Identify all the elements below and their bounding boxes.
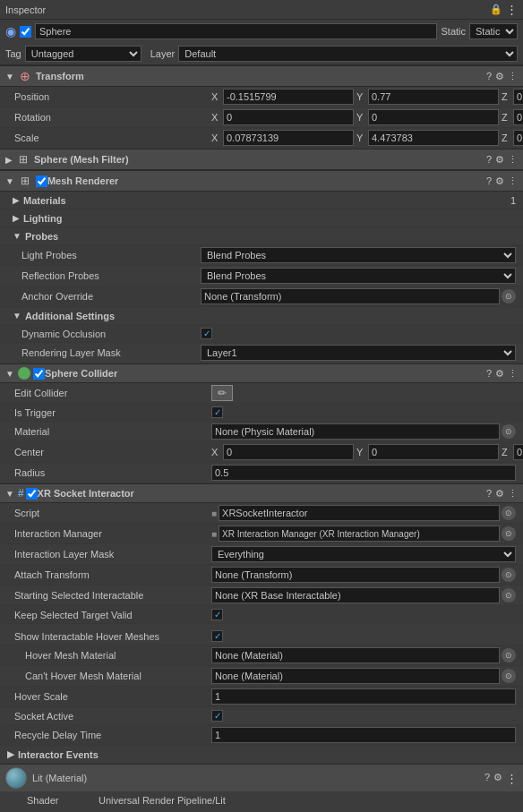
material-menu-icon[interactable]: ⋮ — [506, 772, 518, 785]
dynamic-occlusion-checkbox[interactable] — [201, 328, 212, 339]
interaction-manager-picker[interactable]: ⊙ — [502, 526, 516, 541]
dynamic-occlusion-label: Dynamic Occlusion — [21, 329, 201, 339]
hover-mesh-material-picker[interactable]: ⊙ — [502, 648, 516, 662]
cant-hover-mesh-input[interactable] — [211, 668, 500, 684]
sphere-collider-menu-icon[interactable]: ⋮ — [508, 368, 518, 380]
scale-y-input[interactable] — [368, 130, 499, 146]
sphere-collider-enabled-checkbox[interactable] — [33, 368, 45, 380]
edit-collider-button[interactable]: ✏ — [211, 385, 233, 401]
socket-active-checkbox[interactable] — [211, 710, 223, 722]
transform-help-icon[interactable]: ? — [486, 71, 492, 81]
reflection-probes-select[interactable]: Blend Probes — [201, 268, 516, 284]
object-enabled-checkbox[interactable] — [20, 26, 31, 38]
transform-menu-icon[interactable]: ⋮ — [508, 71, 518, 82]
center-y-label: Y — [356, 447, 365, 457]
is-trigger-value — [211, 406, 516, 418]
is-trigger-row: Is Trigger — [0, 404, 523, 422]
position-xyz: X Y Z — [211, 89, 523, 105]
light-probes-select[interactable]: Blend Probes — [201, 247, 516, 263]
tag-select[interactable]: Untagged — [25, 46, 141, 62]
rot-y-label: Y — [356, 112, 365, 123]
collider-material-input[interactable] — [211, 423, 500, 440]
position-x-input[interactable] — [223, 89, 354, 105]
attach-transform-input[interactable] — [211, 567, 500, 583]
probes-subsection-header[interactable]: ▼ Probes — [0, 227, 523, 245]
mesh-filter-menu-icon[interactable]: ⋮ — [508, 154, 518, 166]
sphere-collider-title: Sphere Collider — [45, 368, 486, 379]
keep-selected-label: Keep Selected Target Valid — [14, 610, 211, 620]
center-x-input[interactable] — [223, 444, 354, 460]
menu-icon[interactable]: ⋮ — [506, 3, 518, 16]
rotation-x-input[interactable] — [223, 109, 354, 125]
is-trigger-checkbox[interactable] — [211, 406, 223, 418]
center-y-input[interactable] — [368, 444, 499, 460]
xr-socket-enabled-checkbox[interactable] — [26, 488, 38, 500]
interaction-manager-input[interactable] — [219, 526, 500, 542]
object-name-input[interactable] — [35, 23, 437, 39]
pos-x-label: X — [211, 91, 220, 102]
mesh-filter-section-header[interactable]: ▶ ⊞ Sphere (Mesh Filter) ? ⚙ ⋮ — [0, 149, 523, 170]
xr-socket-settings-icon[interactable]: ⚙ — [495, 488, 504, 500]
hover-scale-input[interactable] — [211, 688, 516, 705]
collider-material-row: Material ⊙ — [0, 422, 523, 442]
recycle-delay-input[interactable] — [211, 727, 516, 743]
mesh-renderer-enabled-checkbox[interactable] — [36, 175, 47, 187]
position-z-input[interactable] — [513, 89, 523, 105]
transform-icon: ⊕ — [18, 69, 32, 83]
edit-collider-row: Edit Collider ✏ — [0, 383, 523, 404]
lock-icon[interactable]: 🔒 — [490, 4, 502, 15]
transform-settings-icon[interactable]: ⚙ — [495, 71, 504, 82]
rotation-y-input[interactable] — [368, 109, 499, 125]
script-input[interactable] — [219, 505, 500, 521]
mesh-filter-help-icon[interactable]: ? — [486, 154, 492, 165]
radius-input[interactable] — [211, 465, 516, 481]
lighting-subsection-header[interactable]: ▶ Lighting — [0, 209, 523, 227]
cant-hover-mesh-picker[interactable]: ⊙ — [502, 669, 516, 683]
scale-x-input[interactable] — [223, 130, 354, 146]
collider-material-picker[interactable]: ⊙ — [502, 424, 516, 439]
transform-section-header[interactable]: ▼ ⊕ Transform ? ⚙ ⋮ — [0, 65, 523, 87]
sphere-collider-help-icon[interactable]: ? — [486, 368, 492, 379]
xr-socket-section-header[interactable]: ▼ # XR Socket Interactor ? ⚙ ⋮ — [0, 483, 523, 503]
scale-z-input[interactable] — [513, 130, 523, 146]
center-z-input[interactable] — [513, 444, 523, 460]
mesh-renderer-menu-icon[interactable]: ⋮ — [508, 175, 518, 187]
material-help-icon[interactable]: ? — [484, 772, 490, 785]
interaction-manager-label: Interaction Manager — [14, 528, 211, 539]
interaction-layer-mask-row: Interaction Layer Mask Everything — [0, 544, 523, 565]
mesh-renderer-help-icon[interactable]: ? — [486, 175, 492, 186]
mesh-renderer-arrow: ▼ — [5, 176, 14, 186]
edit-collider-value: ✏ — [211, 385, 516, 401]
static-dropdown[interactable]: Static — [469, 23, 518, 39]
mesh-renderer-section-header[interactable]: ▼ ⊞ Mesh Renderer ? ⚙ ⋮ — [0, 170, 523, 192]
interaction-layer-mask-select[interactable]: Everything — [211, 546, 516, 562]
hover-mesh-material-input[interactable] — [211, 647, 500, 663]
is-trigger-label: Is Trigger — [14, 407, 211, 418]
starting-selected-picker[interactable]: ⊙ — [502, 588, 516, 603]
materials-subsection-header[interactable]: ▶ Materials 1 — [0, 192, 523, 209]
attach-transform-picker[interactable]: ⊙ — [502, 568, 516, 582]
pos-z-label: Z — [502, 91, 510, 102]
position-y-input[interactable] — [368, 89, 499, 105]
keep-selected-checkbox[interactable] — [211, 609, 223, 620]
dynamic-occlusion-value — [201, 328, 516, 339]
xr-socket-menu-icon[interactable]: ⋮ — [508, 488, 518, 500]
anchor-override-picker[interactable]: ⊙ — [502, 289, 516, 303]
interactor-events-row[interactable]: ▶ Interactor Events — [0, 746, 523, 764]
show-hover-meshes-checkbox[interactable] — [211, 630, 223, 642]
starting-selected-input[interactable] — [211, 587, 500, 603]
lighting-label: Lighting — [23, 213, 62, 224]
mesh-renderer-settings-icon[interactable]: ⚙ — [495, 175, 504, 187]
mesh-filter-settings-icon[interactable]: ⚙ — [495, 154, 504, 166]
xr-socket-help-icon[interactable]: ? — [486, 488, 492, 499]
layer-select[interactable]: Default — [178, 46, 518, 62]
sphere-collider-settings-icon[interactable]: ⚙ — [495, 368, 504, 380]
additional-settings-header[interactable]: ▼ Additional Settings — [0, 307, 523, 325]
rotation-z-input[interactable] — [513, 109, 523, 125]
script-picker[interactable]: ⊙ — [502, 506, 516, 520]
rendering-layer-mask-select[interactable]: Layer1 — [201, 345, 516, 361]
material-settings-icon[interactable]: ⚙ — [493, 772, 502, 785]
sphere-collider-section-header[interactable]: ▼ Sphere Collider ? ⚙ ⋮ — [0, 363, 523, 383]
anchor-override-input[interactable] — [201, 288, 500, 304]
center-label: Center — [14, 447, 211, 457]
